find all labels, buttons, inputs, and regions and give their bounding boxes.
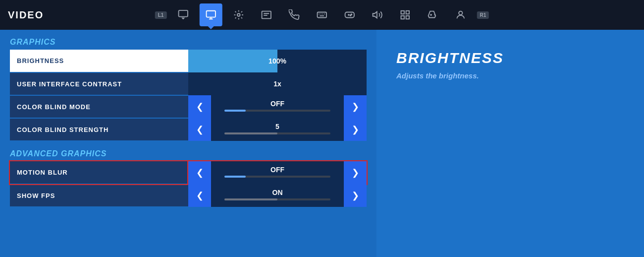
left-panel: GRAPHICS BRIGHTNESS 100% USER INTERFACE … bbox=[0, 30, 376, 257]
color-blind-mode-value: OFF bbox=[270, 100, 284, 108]
nav-speaker-icon[interactable] bbox=[366, 3, 388, 26]
motion-blur-value-container: OFF bbox=[211, 161, 344, 184]
main-content: GRAPHICS BRIGHTNESS 100% USER INTERFACE … bbox=[0, 30, 644, 257]
show-fps-progress bbox=[224, 198, 330, 200]
graphics-table: BRIGHTNESS 100% USER INTERFACE CONTRAST … bbox=[10, 50, 367, 141]
page-title: VIDEO bbox=[8, 9, 44, 21]
show-fps-value: ON bbox=[272, 189, 283, 196]
color-blind-mode-left-btn[interactable]: ❮ bbox=[188, 95, 211, 118]
show-fps-right-btn[interactable]: ❯ bbox=[344, 184, 367, 207]
svg-point-2 bbox=[237, 13, 240, 16]
color-blind-mode-row[interactable]: COLOR BLIND MODE ❮ OFF ❯ bbox=[10, 95, 367, 118]
svg-point-22 bbox=[459, 11, 462, 15]
color-blind-mode-label: COLOR BLIND MODE bbox=[10, 95, 188, 118]
nav-phone-icon[interactable] bbox=[282, 3, 305, 26]
color-blind-strength-left-btn[interactable]: ❮ bbox=[188, 118, 211, 141]
top-bar: VIDEO L1 bbox=[0, 0, 644, 30]
brightness-value: 100% bbox=[188, 57, 367, 65]
advanced-graphics-table: MOTION BLUR ❮ OFF ❯ bbox=[10, 161, 367, 207]
ui-contrast-value: 1x bbox=[188, 72, 367, 95]
svg-point-16 bbox=[350, 15, 351, 16]
svg-rect-19 bbox=[406, 11, 409, 14]
nav-grid-icon[interactable] bbox=[393, 3, 416, 26]
nav-gear-icon[interactable] bbox=[227, 3, 250, 26]
svg-rect-20 bbox=[401, 16, 404, 19]
color-blind-strength-arrows: ❮ 5 ❯ bbox=[188, 118, 367, 141]
color-blind-mode-progress-fill bbox=[224, 110, 246, 112]
nav-monitor-icon[interactable] bbox=[199, 3, 222, 26]
show-fps-label: SHOW FPS bbox=[10, 184, 188, 207]
graphics-section-header: GRAPHICS bbox=[10, 38, 367, 47]
color-blind-mode-value-container: OFF bbox=[211, 95, 344, 118]
color-blind-strength-control[interactable]: ❮ 5 ❯ bbox=[188, 118, 367, 141]
right-panel: BRIGHTNESS Adjusts the brightness. bbox=[376, 30, 644, 257]
motion-blur-value: OFF bbox=[270, 166, 284, 174]
motion-blur-arrows: ❮ OFF ❯ bbox=[188, 161, 367, 184]
l1-badge: L1 bbox=[155, 11, 167, 19]
show-fps-control[interactable]: ❮ ON ❯ bbox=[188, 184, 367, 207]
motion-blur-control[interactable]: ❮ OFF ❯ bbox=[188, 161, 367, 184]
ui-contrast-control: 1x bbox=[188, 72, 367, 95]
show-fps-progress-fill bbox=[224, 198, 277, 200]
color-blind-mode-control[interactable]: ❮ OFF ❯ bbox=[188, 95, 367, 118]
show-fps-left-btn[interactable]: ❮ bbox=[188, 184, 211, 207]
brightness-control[interactable]: 100% bbox=[188, 50, 367, 72]
color-blind-strength-label: COLOR BLIND STRENGTH bbox=[10, 118, 188, 141]
show-fps-value-container: ON bbox=[211, 184, 344, 207]
motion-blur-right-btn[interactable]: ❯ bbox=[344, 161, 367, 184]
nav-icons: L1 R1 bbox=[155, 3, 489, 26]
color-blind-strength-progress-fill bbox=[224, 132, 277, 134]
color-blind-strength-progress bbox=[224, 132, 330, 134]
svg-rect-1 bbox=[206, 11, 215, 17]
motion-blur-row[interactable]: MOTION BLUR ❮ OFF ❯ bbox=[10, 161, 367, 184]
ui-contrast-label: USER INTERFACE CONTRAST bbox=[10, 72, 188, 95]
motion-blur-label: MOTION BLUR bbox=[10, 161, 188, 184]
nav-text-icon[interactable] bbox=[255, 3, 277, 26]
svg-rect-18 bbox=[401, 11, 404, 14]
color-blind-mode-progress bbox=[224, 110, 330, 112]
brightness-slider[interactable]: 100% bbox=[188, 50, 367, 72]
advanced-graphics-section-header: ADVANCED GRAPHICS bbox=[10, 149, 367, 158]
motion-blur-left-btn[interactable]: ❮ bbox=[188, 161, 211, 184]
show-fps-arrows: ❮ ON ❯ bbox=[188, 184, 367, 207]
info-panel-title: BRIGHTNESS bbox=[396, 50, 624, 66]
color-blind-mode-arrows: ❮ OFF ❯ bbox=[188, 95, 367, 118]
brightness-row[interactable]: BRIGHTNESS 100% bbox=[10, 50, 367, 72]
nav-chat-icon[interactable] bbox=[171, 3, 194, 26]
nav-gamepad-icon[interactable] bbox=[338, 3, 361, 26]
svg-marker-17 bbox=[373, 12, 376, 18]
nav-keyboard-icon[interactable] bbox=[310, 3, 333, 26]
nav-controller2-icon[interactable] bbox=[421, 3, 444, 26]
ui-contrast-row[interactable]: USER INTERFACE CONTRAST 1x bbox=[10, 72, 367, 95]
show-fps-row[interactable]: SHOW FPS ❮ ON ❯ bbox=[10, 184, 367, 207]
svg-rect-6 bbox=[317, 12, 326, 18]
svg-rect-21 bbox=[406, 16, 409, 19]
color-blind-mode-right-btn[interactable]: ❯ bbox=[344, 95, 367, 118]
color-blind-strength-value: 5 bbox=[275, 123, 279, 130]
nav-user-icon[interactable] bbox=[449, 3, 472, 26]
info-panel-description: Adjusts the brightness. bbox=[396, 71, 624, 80]
svg-rect-0 bbox=[178, 10, 187, 17]
r1-badge: R1 bbox=[477, 11, 489, 19]
brightness-label: BRIGHTNESS bbox=[10, 50, 188, 72]
color-blind-strength-row[interactable]: COLOR BLIND STRENGTH ❮ 5 ❯ bbox=[10, 118, 367, 141]
motion-blur-progress bbox=[224, 176, 330, 178]
motion-blur-progress-fill bbox=[224, 176, 246, 178]
color-blind-strength-value-container: 5 bbox=[211, 118, 344, 141]
color-blind-strength-right-btn[interactable]: ❯ bbox=[344, 118, 367, 141]
